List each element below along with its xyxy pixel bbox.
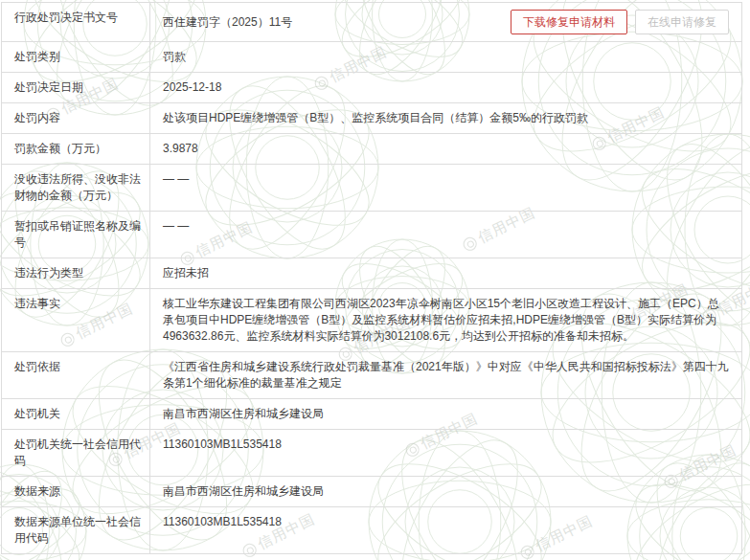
row-decision-doc-number: 行政处罚决定书文号 西住建罚字（2025）11号 下载修复申请材料 在线申请修复 — [2, 3, 741, 41]
row-fine-amount: 罚款金额（万元） 3.9878 — [2, 133, 741, 164]
row-label: 处罚类别 — [2, 42, 150, 72]
row-authority-credit-code: 处罚机关统一社会信用代码 11360103MB1L535418 — [2, 429, 741, 476]
row-violation-facts: 违法事实 核工业华东建设工程集团有限公司西湖区2023年凉伞树南区小区15个老旧… — [2, 288, 741, 351]
row-data-source: 数据来源 南昌市西湖区住房和城乡建设局 — [2, 476, 741, 506]
row-penalty-category: 处罚类别 罚款 — [2, 41, 741, 72]
row-penalty-authority: 处罚机关 南昌市西湖区住房和城乡建设局 — [2, 398, 741, 429]
row-value: 《江西省住房和城乡建设系统行政处罚裁量基准（2021年版）》中对应《中华人民共和… — [150, 352, 741, 398]
row-value: 3.9878 — [150, 134, 741, 164]
row-label: 违法事实 — [2, 289, 150, 351]
row-label: 处罚内容 — [2, 103, 150, 133]
row-value: 核工业华东建设工程集团有限公司西湖区2023年凉伞树南区小区15个老旧小区改造工… — [150, 289, 741, 351]
row-label: 暂扣或吊销证照名称及编号 — [2, 212, 150, 258]
row-label: 数据来源 — [2, 477, 150, 506]
row-value: 南昌市西湖区住房和城乡建设局 — [150, 477, 741, 506]
row-value: 11360103MB1L535418 — [150, 507, 741, 553]
row-label: 违法行为类型 — [2, 258, 150, 288]
row-license-revocation: 暂扣或吊销证照名称及编号 — — — [2, 211, 741, 258]
row-label: 处罚机关统一社会信用代码 — [2, 430, 150, 476]
row-label: 没收违法所得、没收非法财物的金额（万元） — [2, 165, 150, 211]
row-data-source-credit-code: 数据来源单位统一社会信用代码 11360103MB1L535418 — [2, 506, 741, 553]
row-violation-type: 违法行为类型 应招未招 — [2, 258, 741, 288]
row-label: 罚款金额（万元） — [2, 134, 150, 164]
row-label: 处罚机关 — [2, 399, 150, 429]
row-penalty-decision-date: 处罚决定日期 2025-12-18 — [2, 72, 741, 102]
row-value: 罚款 — [150, 42, 741, 72]
row-value: 西住建罚字（2025）11号 — [163, 14, 292, 31]
row-value: 处该项目HDPE缠绕增强管（B型）、监控系统项目合同（结算）金额5‰的行政罚款 — [150, 103, 741, 133]
row-label: 行政处罚决定书文号 — [2, 3, 150, 41]
row-label: 数据来源单位统一社会信用代码 — [2, 507, 150, 553]
row-value: 应招未招 — [150, 258, 741, 288]
row-penalty-basis: 处罚依据 《江西省住房和城乡建设系统行政处罚裁量基准（2021年版）》中对应《中… — [2, 351, 741, 398]
repair-actions: 下载修复申请材料 在线申请修复 — [511, 10, 729, 34]
row-penalty-content: 处罚内容 处该项目HDPE缠绕增强管（B型）、监控系统项目合同（结算）金额5‰的… — [2, 102, 741, 133]
row-label: 处罚依据 — [2, 352, 150, 398]
row-value: 2025-12-18 — [150, 73, 741, 102]
download-repair-materials-button[interactable]: 下载修复申请材料 — [511, 10, 627, 34]
row-confiscation-amount: 没收违法所得、没收非法财物的金额（万元） — — — [2, 164, 741, 211]
row-label: 处罚决定日期 — [2, 73, 150, 102]
row-value: — — — [150, 212, 741, 258]
row-value: 南昌市西湖区住房和城乡建设局 — [150, 399, 741, 429]
online-repair-apply-button[interactable]: 在线申请修复 — [635, 10, 729, 34]
penalty-detail-table: 行政处罚决定书文号 西住建罚字（2025）11号 下载修复申请材料 在线申请修复… — [1, 2, 742, 554]
row-value: — — — [150, 165, 741, 211]
row-value: 11360103MB1L535418 — [150, 430, 741, 476]
